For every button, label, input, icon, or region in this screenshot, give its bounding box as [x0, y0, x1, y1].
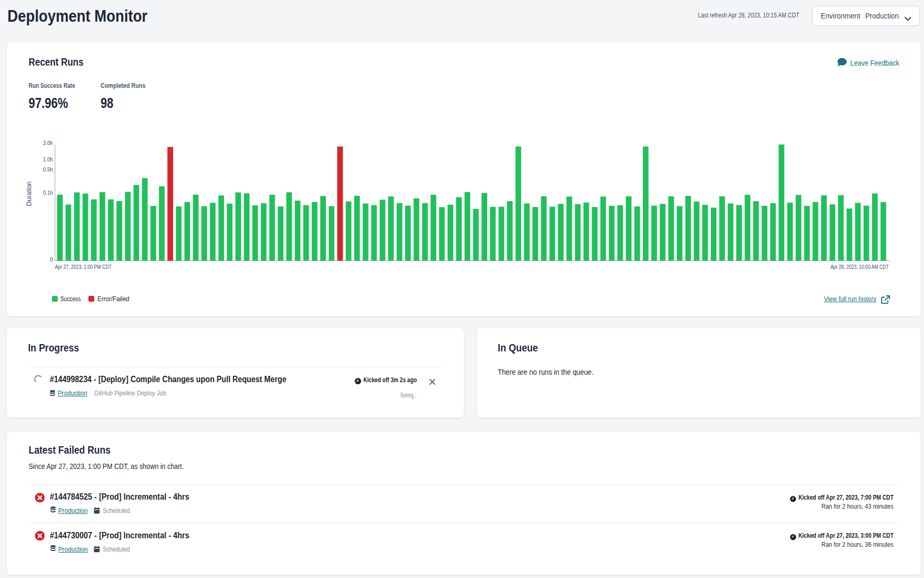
svg-text:0.5h: 0.5h	[43, 166, 53, 173]
svg-text:Apr 27, 2023, 1:00 PM CDT: Apr 27, 2023, 1:00 PM CDT	[55, 264, 112, 270]
svg-text:3.0h: 3.0h	[43, 140, 53, 146]
svg-text:1.0h: 1.0h	[43, 156, 53, 162]
svg-text:Apr 28, 2023, 10:00 AM CDT: Apr 28, 2023, 10:00 AM CDT	[830, 264, 889, 270]
svg-text:Duration: Duration	[25, 181, 33, 206]
svg-text:0: 0	[50, 256, 53, 263]
svg-text:0.1h: 0.1h	[43, 189, 53, 196]
